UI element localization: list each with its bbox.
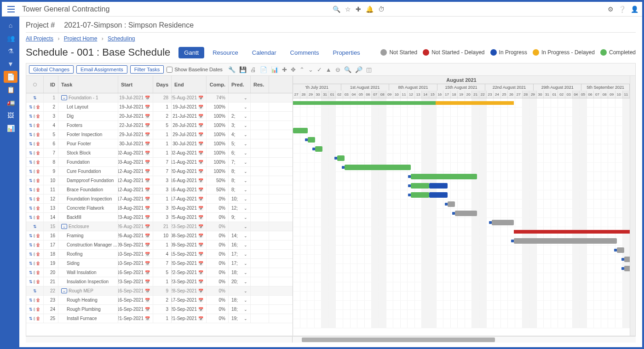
hamburger-icon[interactable] [6, 4, 17, 15]
table-row[interactable]: ⇅ 1 ⌄Foundation - 1 19-Jul-2021📅 28 25-A… [26, 93, 293, 103]
cell-pred[interactable]: 17;⌄ [229, 259, 251, 268]
col-id[interactable]: ID [44, 76, 58, 93]
table-row[interactable]: ⇅🗑 17 Construction Manager ... 09-Sep-20… [26, 240, 293, 250]
table-row[interactable]: ⇅🗑 11 Brace Foundation 12-Aug-2021📅 3 16… [26, 185, 293, 195]
sort-icon[interactable]: ⇅ [29, 132, 33, 137]
cell-task[interactable]: Install Furnace [58, 314, 118, 323]
table-row[interactable]: ⇅🗑 5 Footer Inspection 29-Jul-2021📅 1 29… [26, 130, 293, 139]
sidebar-image-icon[interactable]: 🖼 [4, 109, 17, 121]
table-row[interactable]: ⇅🗑 9 Cure Foundation 12-Aug-2021📅 7 20-A… [26, 167, 293, 176]
calendar-icon[interactable]: 📅 [145, 160, 150, 165]
calendar-icon[interactable]: 📅 [145, 289, 150, 293]
cell-task[interactable]: Construction Manager ... [58, 240, 118, 249]
select-icon[interactable] [34, 170, 35, 173]
cell-comp[interactable]: 0% [207, 305, 229, 314]
cell-res[interactable] [251, 222, 269, 231]
sort-icon[interactable]: ⇅ [29, 160, 33, 165]
delete-icon[interactable]: 🗑 [36, 114, 40, 119]
cell-pred[interactable]: 14;⌄ [229, 231, 251, 240]
plus-icon[interactable]: ✚ [356, 6, 361, 13]
sort-icon[interactable]: ⇅ [29, 252, 33, 257]
cell-task[interactable]: Foundation Inspection [58, 195, 118, 203]
delete-icon[interactable]: 🗑 [36, 132, 40, 137]
cell-task[interactable]: Concrete Flatwork [58, 204, 118, 212]
cell-start[interactable]: 12-Aug-2021📅 [118, 167, 153, 176]
calendar-icon[interactable]: 📅 [145, 178, 150, 183]
select-icon[interactable] [34, 308, 35, 311]
task-bar[interactable] [345, 165, 411, 170]
cell-task[interactable]: Dig [58, 112, 118, 120]
expand-icon[interactable]: ⌄ [61, 224, 67, 229]
cell-days[interactable]: 3 [153, 204, 172, 212]
calendar-icon[interactable]: 📅 [198, 289, 203, 293]
cell-start[interactable]: 26-Aug-2021📅 [118, 222, 153, 231]
search-icon[interactable]: 🔍 [333, 6, 340, 13]
cell-days[interactable]: 1 [153, 314, 172, 323]
calendar-icon[interactable]: 📅 [198, 307, 203, 312]
sort-icon[interactable]: ⇅ [33, 289, 37, 293]
cell-comp[interactable]: 74% [207, 93, 229, 102]
calendar-icon[interactable]: 📅 [145, 105, 150, 109]
cell-task[interactable]: Siding [58, 259, 118, 268]
check-icon[interactable]: ✓ [317, 66, 322, 73]
cell-comp[interactable]: 0% [207, 231, 229, 240]
cell-days[interactable]: 21 [153, 222, 172, 231]
chevron-down-icon[interactable]: ⌄ [244, 188, 247, 192]
chevron-down-icon[interactable]: ⌄ [244, 280, 247, 284]
sort-icon[interactable]: ⇅ [29, 215, 33, 220]
cell-days[interactable]: 1 [153, 103, 172, 111]
help-icon[interactable]: ❔ [618, 6, 626, 13]
calendar-icon[interactable]: 📅 [145, 270, 150, 275]
task-bar[interactable] [315, 146, 322, 152]
cell-end[interactable]: 29-Jul-2021📅 [172, 130, 207, 139]
calendar-icon[interactable]: 📅 [198, 261, 203, 266]
cell-days[interactable]: 1 [153, 149, 172, 157]
cell-pred[interactable]: 2;⌄ [229, 112, 251, 120]
sidebar-doc-icon[interactable]: 📄 [4, 71, 17, 83]
delete-icon[interactable]: 🗑 [36, 252, 40, 257]
filter-tasks-button[interactable]: Filter Tasks [130, 65, 164, 74]
table-row[interactable]: ⇅🗑 2 Lot Layout 19-Jul-2021📅 1 19-Jul-20… [26, 103, 293, 112]
summary-bar[interactable] [436, 101, 514, 105]
col-start[interactable]: Start [118, 76, 153, 93]
gantt-chart[interactable]: August 2021 'th July 20211st August 2021… [293, 76, 630, 336]
select-icon[interactable] [34, 105, 35, 109]
table-row[interactable]: ⇅🗑 8 Foundation 03-Aug-2021📅 7 11-Aug-20… [26, 158, 293, 167]
delete-icon[interactable]: 🗑 [36, 123, 40, 128]
calendar-icon[interactable]: 📅 [145, 142, 150, 146]
cell-start[interactable]: 21-Sep-2021📅 [118, 314, 153, 323]
cell-res[interactable] [251, 121, 269, 130]
chevron-down-icon[interactable]: ⌄ [244, 289, 247, 293]
sort-icon[interactable]: ⇅ [29, 316, 33, 321]
cell-comp[interactable]: 100% [207, 167, 229, 176]
chevron-down-icon[interactable]: ⌄ [244, 252, 247, 257]
calendar-icon[interactable]: 📅 [145, 188, 150, 192]
calendar-icon[interactable]: 📅 [198, 96, 203, 100]
cell-comp[interactable]: 0% [207, 314, 229, 323]
chevron-down-icon[interactable]: ⌄ [244, 215, 247, 220]
table-row[interactable]: ⇅🗑 3 Dig 20-Jul-2021📅 2 21-Jul-2021📅 100… [26, 112, 293, 121]
cell-end[interactable]: 11-Aug-2021📅 [172, 158, 207, 166]
calendar-icon[interactable]: 📅 [145, 151, 150, 155]
select-icon[interactable] [34, 160, 35, 164]
search2-icon[interactable]: 🔎 [355, 66, 362, 73]
calendar-icon[interactable]: 📅 [198, 114, 203, 119]
table-row[interactable]: ⇅🗑 7 Stock Block 02-Aug-2021📅 1 02-Aug-2… [26, 149, 293, 158]
select-icon[interactable] [34, 252, 35, 256]
cell-days[interactable]: 9 [153, 286, 172, 295]
sort-icon[interactable]: ⇅ [29, 197, 33, 201]
cell-end[interactable]: 02-Aug-2021📅 [172, 149, 207, 157]
calendar-icon[interactable]: 📅 [145, 206, 150, 211]
select-icon[interactable] [34, 114, 35, 118]
col-res[interactable]: Res. [251, 76, 269, 93]
cell-start[interactable]: 30-Jul-2021📅 [118, 139, 153, 148]
select-icon[interactable] [34, 243, 35, 247]
calendar-icon[interactable]: 📅 [198, 243, 203, 247]
calendar-icon[interactable]: 📅 [145, 243, 150, 247]
cell-end[interactable]: 16-Aug-2021📅 [172, 176, 207, 185]
chevron-down-icon[interactable]: ⌄ [244, 151, 247, 155]
cell-res[interactable] [251, 296, 269, 304]
cell-pred[interactable]: 17;⌄ [229, 250, 251, 258]
chevron-down-icon[interactable]: ⌄ [244, 206, 247, 211]
table-row[interactable]: ⇅🗑 19 Siding 10-Sep-2021📅 7 20-Sep-2021📅… [26, 259, 293, 268]
